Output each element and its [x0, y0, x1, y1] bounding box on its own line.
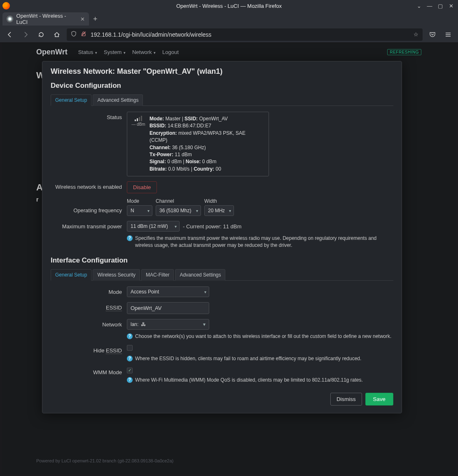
menu-network[interactable]: Network ▾ — [132, 49, 156, 55]
refreshing-badge: REFRESHING — [387, 49, 421, 55]
caret-down-icon: ▾ — [203, 321, 206, 327]
shield-icon[interactable] — [71, 31, 77, 38]
tab-advanced-settings[interactable]: Advanced Settings — [93, 94, 143, 106]
bridge-icon: 🖧 — [141, 321, 146, 327]
label-width: Width — [204, 198, 234, 204]
label-wmm: WMM Mode — [51, 367, 127, 375]
hide-essid-help: Where the ESSID is hidden, clients may f… — [135, 355, 361, 362]
url-text: 192.168.1.1/cgi-bin/luci/admin/network/w… — [91, 31, 409, 38]
pocket-icon[interactable] — [427, 29, 438, 40]
network-help: Choose the network(s) you want to attach… — [135, 333, 391, 340]
modal-title: Wireless Network: Master "OpenWrt_AV" (w… — [51, 67, 393, 76]
browser-navbar: 192.168.1.1/cgi-bin/luci/admin/network/w… — [0, 26, 458, 43]
window-title: OpenWrt - Wireless - LuCI — Mozilla Fire… — [176, 3, 282, 9]
browser-tab[interactable]: OpenWrt - Wireless - LuCI ✕ — [2, 12, 89, 26]
window-titlebar: OpenWrt - Wireless - LuCI — Mozilla Fire… — [0, 0, 458, 12]
label-status: Status — [51, 112, 127, 120]
essid-input[interactable] — [127, 302, 209, 314]
wmm-checkbox[interactable]: ✓ — [127, 368, 133, 373]
home-button[interactable] — [51, 29, 63, 40]
tab-iface-general[interactable]: General Setup — [51, 269, 91, 281]
disable-button[interactable]: Disable — [127, 181, 157, 193]
device-tabs: General Setup Advanced Settings — [51, 94, 393, 106]
wireless-modal: Wireless Network: Master "OpenWrt_AV" (w… — [42, 61, 402, 413]
luci-footer: Powered by LuCI openwrt-21.02 branch (gi… — [36, 458, 173, 463]
caret-down-icon: ▾ — [153, 51, 156, 55]
window-chevron-icon[interactable]: ⌄ — [414, 1, 423, 10]
label-iface-mode: Mode — [51, 286, 127, 295]
caret-down-icon: ▾ — [122, 51, 126, 55]
interface-config-heading: Interface Configuration — [51, 256, 393, 265]
txpower-current: - Current power: 11 dBm — [183, 223, 241, 230]
hamburger-menu-icon[interactable] — [442, 29, 454, 40]
dismiss-button[interactable]: Dismiss — [330, 393, 362, 406]
window-minimize-icon[interactable]: — — [425, 1, 434, 10]
svg-rect-2 — [135, 120, 136, 121]
label-operating-frequency: Operating frequency — [51, 198, 127, 213]
tab-title: OpenWrt - Wireless - LuCI — [16, 13, 77, 25]
label-hide-essid: Hide ESSID — [51, 345, 127, 354]
tab-close-icon[interactable]: ✕ — [80, 16, 85, 22]
label-mode: Mode — [127, 198, 152, 204]
menu-status[interactable]: Status ▾ — [78, 49, 97, 55]
caret-down-icon: ▾ — [94, 51, 98, 55]
channel-select[interactable]: 36 (5180 Mhz) — [156, 205, 201, 216]
lock-icon[interactable] — [81, 31, 86, 38]
menu-system[interactable]: System ▾ — [104, 49, 126, 55]
svg-rect-3 — [137, 118, 138, 121]
txpower-help: Specifies the maximum transmit power the… — [135, 235, 393, 249]
tab-strip: OpenWrt - Wireless - LuCI ✕ + — [0, 12, 458, 26]
label-channel: Channel — [156, 198, 201, 204]
bg-text: r — [36, 196, 38, 203]
tab-wireless-security[interactable]: Wireless Security — [93, 269, 140, 281]
back-button[interactable] — [4, 29, 16, 40]
help-icon: ? — [127, 235, 133, 241]
reload-button[interactable] — [35, 29, 47, 40]
luci-brand[interactable]: OpenWrt — [36, 48, 68, 56]
svg-rect-4 — [139, 117, 140, 121]
label-enabled: Wireless network is enabled — [51, 181, 127, 190]
luci-navbar: OpenWrt Status ▾ System ▾ Network ▾ Logo… — [2, 43, 456, 61]
firefox-icon — [2, 2, 10, 9]
url-bar[interactable]: 192.168.1.1/cgi-bin/luci/admin/network/w… — [67, 28, 423, 41]
network-select[interactable]: lan: 🖧 ▾ — [127, 319, 209, 330]
forward-button[interactable] — [20, 29, 31, 40]
status-box: --- dBm Mode: Master | SSID: OpenWrt_AV … — [127, 112, 269, 176]
page-viewport: OpenWrt Status ▾ System ▾ Network ▾ Logo… — [2, 43, 456, 474]
menu-logout[interactable]: Logout — [162, 49, 179, 55]
bookmark-star-icon[interactable]: ☆ — [414, 31, 418, 38]
window-maximize-icon[interactable]: ▢ — [436, 1, 445, 10]
label-essid: ESSID — [51, 302, 127, 311]
help-icon: ? — [127, 356, 133, 361]
device-config-heading: Device Configuration — [51, 82, 393, 90]
new-tab-button[interactable]: + — [93, 15, 98, 23]
window-close-icon[interactable]: ✕ — [446, 1, 456, 10]
help-icon: ? — [127, 333, 133, 339]
label-txpower: Maximum transmit power — [51, 221, 127, 230]
interface-tabs: General Setup Wireless Security MAC-Filt… — [51, 269, 393, 281]
signal-dbm: --- dBm — [131, 122, 145, 127]
iface-mode-select[interactable]: Access Point — [127, 286, 209, 297]
svg-rect-5 — [141, 116, 142, 121]
tab-mac-filter[interactable]: MAC-Filter — [141, 269, 174, 281]
save-button[interactable]: Save — [365, 393, 393, 406]
hide-essid-checkbox[interactable] — [127, 345, 133, 351]
wmm-help: Where Wi-Fi Multimedia (WMM) Mode QoS is… — [135, 377, 363, 384]
help-icon: ? — [127, 377, 133, 383]
tab-iface-advanced[interactable]: Advanced Settings — [175, 269, 225, 281]
tab-general-setup[interactable]: General Setup — [51, 94, 91, 106]
width-select[interactable]: 20 MHz — [204, 205, 234, 216]
status-lines: Mode: Master | SSID: OpenWrt_AV BSSID: 1… — [150, 115, 264, 173]
mode-select[interactable]: N — [127, 205, 152, 216]
label-network: Network — [51, 319, 127, 328]
signal-icon — [135, 115, 142, 121]
favicon-icon — [7, 16, 13, 22]
txpower-select[interactable]: 11 dBm (12 mW) — [127, 221, 180, 232]
